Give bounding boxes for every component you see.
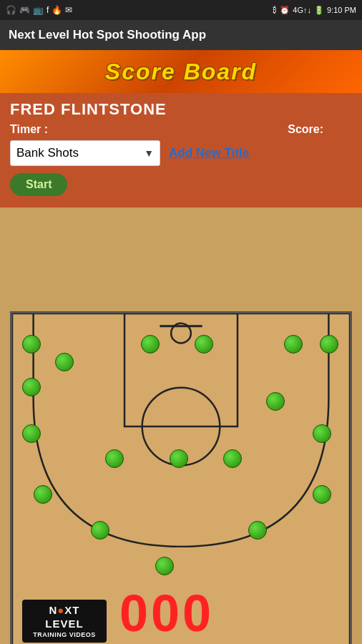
shot-spot-dot[interactable] [105, 449, 124, 468]
shot-spot-dot[interactable] [22, 424, 41, 443]
battery-icon: 🔋 [314, 6, 324, 15]
svg-rect-0 [124, 313, 238, 426]
shot-spot-dot[interactable] [34, 485, 52, 504]
mail-icon: ✉ [65, 5, 72, 15]
shot-spot-dot[interactable] [313, 424, 331, 443]
signal-icon: 4G↑↓ [293, 6, 311, 14]
status-left-icons: 🎧 🎮 📺 f 🔥 ✉ [6, 5, 72, 15]
status-right-icons: ₿ ⏰ 4G↑↓ 🔋 9:10 PM [273, 6, 356, 15]
selector-row: Bank Shots ▼ Add New Title [10, 140, 352, 166]
labels-row: Timer : Score: [10, 123, 352, 136]
shot-spot-dot[interactable] [284, 335, 303, 353]
headphones-icon: 🎧 [6, 5, 16, 15]
drill-select-wrapper[interactable]: Bank Shots ▼ [10, 140, 160, 166]
logo-level: LEVEL [45, 618, 83, 630]
logo-area: N●XT LEVEL TRAINING VIDEOS [22, 600, 107, 643]
scoreboard-title: Score Board [105, 59, 257, 85]
alarm-icon: ⏰ [280, 6, 290, 15]
bluetooth-icon: ₿ [273, 6, 277, 14]
gamepad-icon: 🎮 [19, 5, 30, 15]
shot-spot-dot[interactable] [223, 449, 242, 468]
player-name: FRED FLINTSTONE [10, 100, 352, 119]
shot-spot-dot[interactable] [141, 335, 160, 353]
start-button[interactable]: Start [10, 173, 67, 196]
shot-spot-dot[interactable] [91, 521, 109, 540]
add-new-title-button[interactable]: Add New Title [169, 146, 249, 160]
time-display: 9:10 PM [327, 6, 356, 14]
shot-spot-dot[interactable] [248, 521, 267, 540]
shot-spot-dot[interactable] [170, 449, 188, 468]
flame-icon: 🔥 [52, 5, 62, 15]
court-container: N●XT LEVEL TRAINING VIDEOS 000 [0, 208, 362, 644]
controls-area: FRED FLINTSTONE Timer : Score: Bank Shot… [0, 93, 362, 208]
shot-spot-dot[interactable] [22, 378, 41, 396]
scoreboard-header: Score Board [0, 50, 362, 93]
score-display: 000 [119, 584, 214, 643]
basketball-court: N●XT LEVEL TRAINING VIDEOS 000 [10, 311, 352, 644]
timer-label: Timer : [10, 123, 48, 136]
shot-spot-dot[interactable] [155, 557, 174, 575]
logo-next: N●XT [49, 604, 79, 616]
chevron-down-icon: ▼ [144, 147, 154, 159]
facebook-icon: f [47, 5, 49, 15]
logo-subtitle: TRAINING VIDEOS [33, 631, 96, 640]
score-label: Score: [288, 123, 323, 136]
shot-spot-dot[interactable] [320, 335, 338, 353]
logo-text: N●XT LEVEL TRAINING VIDEOS [33, 603, 96, 640]
shot-spot-dot[interactable] [266, 392, 285, 411]
status-bar: 🎧 🎮 📺 f 🔥 ✉ ₿ ⏰ 4G↑↓ 🔋 9:10 PM [0, 0, 362, 20]
app-title: Next Level Hot Spot Shooting App [9, 28, 206, 42]
drill-select-text: Bank Shots [16, 146, 144, 160]
shot-spot-dot[interactable] [55, 353, 74, 371]
twitch-icon: 📺 [33, 5, 44, 15]
shot-spot-dot[interactable] [313, 485, 331, 504]
shot-spot-dot[interactable] [195, 335, 213, 353]
shot-spot-dot[interactable] [22, 335, 41, 353]
title-bar: Next Level Hot Spot Shooting App [0, 20, 362, 50]
